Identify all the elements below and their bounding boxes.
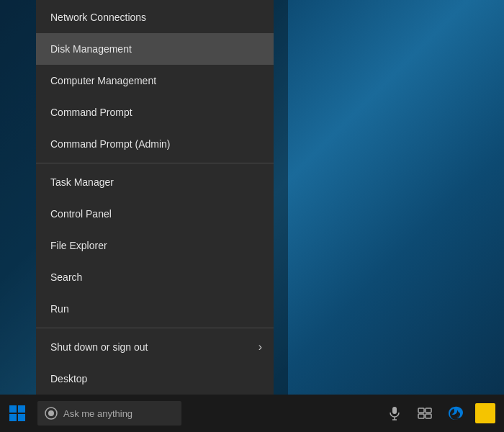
- svg-rect-10: [426, 408, 431, 413]
- svg-point-5: [48, 410, 54, 416]
- menu-item-desktop[interactable]: Desktop: [36, 363, 274, 395]
- svg-rect-11: [418, 414, 424, 418]
- store-icon: [475, 403, 495, 423]
- menu-item-disk-management[interactable]: Disk Management: [36, 33, 274, 65]
- microphone-button[interactable]: [382, 395, 408, 432]
- edge-icon: [447, 405, 463, 421]
- menu-item-search[interactable]: Search: [36, 261, 274, 293]
- svg-rect-3: [18, 414, 25, 421]
- microphone-icon: [387, 406, 402, 420]
- start-button[interactable]: [0, 395, 35, 432]
- cortana-icon: [45, 407, 58, 420]
- svg-rect-1: [18, 405, 25, 413]
- menu-item-run[interactable]: Run: [36, 293, 274, 325]
- menu-item-task-manager[interactable]: Task Manager: [36, 166, 274, 198]
- menu-items-list: Network Connections Disk Management Comp…: [36, 1, 274, 395]
- taskbar-right-icons: [382, 395, 504, 432]
- context-menu: Network Connections Disk Management Comp…: [36, 0, 274, 395]
- chevron-right-icon: ›: [258, 341, 262, 354]
- windows-logo-icon: [9, 405, 25, 421]
- store-button[interactable]: [472, 395, 498, 432]
- taskbar-search-text: Ask me anything: [63, 408, 132, 419]
- svg-rect-9: [418, 408, 424, 413]
- menu-item-network-connections[interactable]: Network Connections: [36, 1, 274, 33]
- menu-item-command-prompt[interactable]: Command Prompt: [36, 96, 274, 128]
- divider-2: [36, 328, 274, 328]
- menu-item-file-explorer[interactable]: File Explorer: [36, 230, 274, 261]
- taskbar: Ask me anything: [0, 395, 504, 432]
- desktop: Network Connections Disk Management Comp…: [0, 0, 504, 432]
- divider-1: [36, 163, 274, 163]
- menu-item-command-prompt-admin[interactable]: Command Prompt (Admin): [36, 128, 274, 160]
- edge-button[interactable]: [442, 395, 468, 432]
- menu-item-control-panel[interactable]: Control Panel: [36, 198, 274, 230]
- menu-item-shut-down[interactable]: Shut down or sign out ›: [36, 331, 274, 363]
- menu-item-computer-management[interactable]: Computer Management: [36, 65, 274, 96]
- svg-rect-6: [392, 407, 397, 414]
- svg-rect-2: [9, 414, 17, 421]
- taskbar-search-bar[interactable]: Ask me anything: [37, 401, 181, 426]
- task-view-button[interactable]: [412, 395, 438, 432]
- svg-rect-12: [426, 414, 431, 418]
- svg-rect-0: [9, 405, 17, 413]
- task-view-icon: [418, 406, 432, 420]
